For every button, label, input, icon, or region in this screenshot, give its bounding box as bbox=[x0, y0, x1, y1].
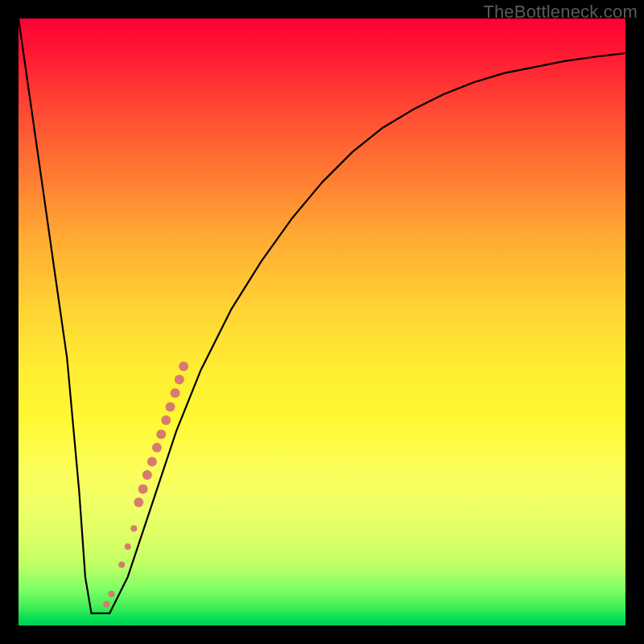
data-marker bbox=[108, 591, 114, 597]
data-marker bbox=[118, 562, 125, 568]
data-marker bbox=[166, 402, 175, 412]
data-marker bbox=[138, 484, 148, 493]
data-marker bbox=[134, 497, 143, 507]
data-marker bbox=[171, 388, 180, 398]
data-marker bbox=[161, 415, 171, 425]
data-marker bbox=[125, 543, 131, 550]
watermark-text: TheBottleneck.com bbox=[483, 2, 638, 23]
data-marker bbox=[179, 361, 188, 371]
data-marker bbox=[103, 601, 109, 608]
chart-frame: TheBottleneck.com bbox=[0, 0, 644, 644]
marker-group bbox=[103, 361, 188, 608]
data-marker bbox=[142, 470, 152, 480]
data-marker bbox=[147, 456, 157, 466]
data-marker bbox=[130, 525, 137, 531]
data-marker bbox=[156, 430, 166, 440]
plot-area bbox=[19, 19, 625, 625]
bottleneck-curve bbox=[19, 19, 625, 613]
data-marker bbox=[175, 375, 184, 385]
data-marker bbox=[152, 443, 162, 452]
curve-layer bbox=[19, 19, 625, 625]
